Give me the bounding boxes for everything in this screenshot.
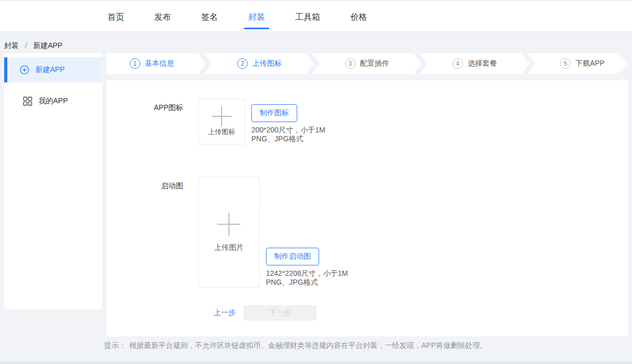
chevron-right-icon (197, 53, 214, 74)
nav-item-price[interactable]: 价格 (347, 1, 370, 29)
main-nav: 首页 发布 签名 封装 工具箱 价格 (104, 1, 370, 29)
footer-tip: 提示：根据最新平台规则，不允许区块链虚拟币、金融理财类等违规内容在平台封装，一经… (104, 341, 632, 350)
breadcrumb-current: 新建APP (33, 41, 63, 50)
upload-box-label: 上传图标 (208, 127, 235, 137)
top-nav-bar: 首页 发布 签名 封装 工具箱 价格 (0, 1, 632, 32)
hint-size-line: 200*200尺寸，小于1M (251, 126, 325, 135)
splash-image-section: 启动图 上传图片 制作启动图 1242*2208尺寸，小于1M PNG、JPG格… (106, 177, 628, 288)
splash-image-label: 启动图 (106, 177, 183, 191)
tip-label: 提示： (104, 341, 126, 349)
step-label: 上传图标 (252, 59, 282, 68)
hint-format-line: PNG、JPG格式 (251, 135, 325, 143)
chevron-right-icon (412, 53, 429, 74)
hint-size-line: 1242*2208尺寸，小于1M (266, 269, 348, 278)
chevron-right-icon (520, 53, 537, 74)
prev-step-button[interactable]: 上一步 (214, 308, 236, 318)
wizard-actions: 上一步 下一步 (214, 305, 628, 321)
app-icon-hint: 200*200尺寸，小于1M PNG、JPG格式 (251, 126, 325, 143)
app-icon-actions: 制作图标 200*200尺寸，小于1M PNG、JPG格式 (251, 104, 325, 143)
sidebar-item-my-app[interactable]: 我的APP (4, 89, 102, 114)
chevron-right-icon (305, 53, 322, 74)
hint-format-line: PNG、JPG格式 (266, 278, 348, 287)
step-number-badge: 5 (560, 58, 570, 69)
step-3-configure-plugins: 3 配置插件 (322, 53, 412, 74)
nav-item-toolbox[interactable]: 工具箱 (292, 1, 323, 29)
sidebar-item-label: 新建APP (35, 65, 65, 75)
splash-image-hint: 1242*2208尺寸，小于1M PNG、JPG格式 (266, 269, 348, 287)
step-5-download-app: 5 下载APP (537, 53, 628, 74)
next-step-button[interactable]: 下一步 (244, 305, 317, 321)
step-number-badge: 4 (453, 58, 463, 69)
step-label: 下载APP (575, 59, 604, 68)
app-icon-label: APP图标 (106, 99, 183, 113)
sidebar-item-label: 我的APP (39, 96, 68, 106)
splash-image-actions: 制作启动图 1242*2208尺寸，小于1M PNG、JPG格式 (266, 248, 348, 287)
breadcrumb-separator: / (25, 41, 27, 50)
step-2-upload-icon: 2 上传图标 (214, 53, 305, 74)
nav-item-sign[interactable]: 签名 (198, 1, 221, 29)
make-splash-button[interactable]: 制作启动图 (266, 248, 319, 265)
sidebar: 新建APP 我的APP (4, 53, 102, 309)
plus-icon (217, 213, 240, 236)
main-layout: 新建APP 我的APP 1 基本信息 2 (0, 53, 632, 336)
step-label: 选择套餐 (468, 59, 497, 68)
splash-upload-box[interactable]: 上传图片 (198, 177, 260, 288)
content-panel: APP图标 上传图标 制作图标 200*200尺寸，小于1M PNG、JPG格式… (106, 80, 628, 336)
step-4-select-plan: 4 选择套餐 (429, 53, 520, 74)
steps-bar: 1 基本信息 2 上传图标 3 配置插件 4 选择套餐 (106, 53, 628, 74)
sidebar-item-new-app[interactable]: 新建APP (4, 57, 102, 82)
upload-box-label: 上传图片 (214, 243, 244, 252)
step-number-badge: 1 (130, 58, 140, 69)
plus-circle-icon (20, 65, 29, 75)
step-number-badge: 3 (345, 58, 356, 69)
make-icon-button[interactable]: 制作图标 (251, 104, 297, 122)
step-label: 配置插件 (360, 59, 390, 68)
app-icon-section: APP图标 上传图标 制作图标 200*200尺寸，小于1M PNG、JPG格式 (106, 99, 628, 144)
bottom-edge-strip (0, 361, 632, 364)
step-1-basic-info: 1 基本信息 (106, 53, 197, 74)
nav-item-home[interactable]: 首页 (104, 1, 127, 29)
breadcrumb: 封装 / 新建APP (0, 32, 632, 51)
breadcrumb-section[interactable]: 封装 (4, 41, 19, 50)
nav-item-publish[interactable]: 发布 (151, 1, 174, 29)
step-label: 基本信息 (145, 59, 174, 68)
nav-item-package[interactable]: 封装 (245, 1, 268, 29)
grid-icon (23, 96, 32, 106)
step-number-badge: 2 (237, 58, 248, 69)
plus-icon (212, 106, 232, 126)
app-icon-upload-box[interactable]: 上传图标 (198, 99, 245, 144)
main-column: 1 基本信息 2 上传图标 3 配置插件 4 选择套餐 (106, 53, 628, 336)
tip-text: 根据最新平台规则，不允许区块链虚拟币、金融理财类等违规内容在平台封装，一经发现，… (129, 341, 487, 349)
